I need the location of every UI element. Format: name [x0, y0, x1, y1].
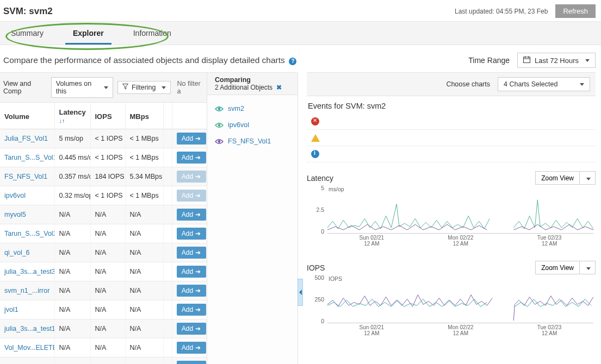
volume-link[interactable]: Tarun_S...S_Vol1 — [4, 154, 54, 161]
zoom-view-button[interactable]: Zoom View — [535, 171, 580, 185]
help-icon[interactable]: ? — [289, 58, 296, 65]
arrow-right-icon: ➔ — [195, 230, 201, 237]
volume-link[interactable]: FS_NFS_Vol1 — [4, 173, 47, 180]
arrow-right-icon: ➔ — [195, 344, 201, 352]
view-compare-value: Volumes on this — [56, 80, 98, 95]
table-row: julia_3s...a_test3N/AN/AN/AAdd ➔ — [0, 262, 207, 281]
volume-link[interactable]: qi_vol_6 — [4, 249, 30, 256]
funnel-icon — [122, 84, 128, 91]
cell-mbps: < 1 MBps — [125, 129, 163, 148]
add-button[interactable]: Add ➔ — [177, 361, 206, 364]
tab-explorer[interactable]: Explorer — [65, 22, 111, 45]
volume-link[interactable]: Vol_Mov...ELETE — [4, 344, 54, 352]
choose-charts-dropdown[interactable]: 4 Charts Selected — [498, 77, 590, 91]
cell-latency: N/A — [54, 319, 90, 338]
arrow-right-icon: ➔ — [195, 211, 201, 218]
cell-mbps: N/A — [125, 243, 163, 262]
comparing-title: Comparing — [215, 76, 292, 84]
add-button: Add ➔ — [177, 190, 206, 202]
zoom-view-dropdown[interactable] — [580, 261, 596, 274]
cell-iops: N/A — [90, 300, 125, 319]
cell-iops: N/A — [90, 205, 125, 224]
arrow-right-icon: ➔ — [195, 306, 201, 313]
x-tick: Tue 02/2312 AM — [537, 235, 562, 247]
event-row-info — [307, 146, 596, 162]
volume-link[interactable]: ipv6vol — [4, 192, 26, 199]
info-icon — [311, 150, 319, 158]
comparing-item[interactable]: svm2 — [215, 101, 292, 117]
eye-icon — [215, 122, 224, 128]
y-tick: 0 — [321, 318, 324, 324]
cell-iops: < 1 IOPS — [90, 186, 125, 205]
time-range-dropdown[interactable]: Last 72 Hours — [517, 53, 596, 68]
tab-information[interactable]: Information — [126, 22, 179, 45]
no-filter-text: No filter a — [175, 80, 203, 95]
volume-link[interactable]: jvol1 — [4, 306, 18, 313]
add-button[interactable]: Add ➔ — [177, 228, 206, 240]
filtering-dropdown[interactable]: Filtering — [117, 81, 170, 94]
cell-mbps: N/A — [125, 224, 163, 243]
svg-point-6 — [218, 140, 221, 143]
collapse-panel-toggle[interactable] — [298, 279, 303, 306]
time-range-label: Time Range — [468, 56, 510, 65]
x-tick: Mon 02/2212 AM — [448, 235, 473, 247]
chart-iops: IOPS Zoom View IOPS 500 250 0 — [307, 261, 596, 342]
cell-mbps: N/A — [125, 319, 163, 338]
volume-link[interactable]: svm_n1_...irror — [4, 287, 49, 294]
comparing-item[interactable]: ipv6vol — [215, 117, 292, 133]
add-button[interactable]: Add ➔ — [177, 323, 206, 335]
zoom-view-button[interactable]: Zoom View — [535, 261, 580, 274]
page-title: SVM: svm2 — [3, 6, 53, 17]
cell-latency: N/A — [54, 357, 90, 365]
zoom-view-dropdown[interactable] — [580, 171, 596, 185]
tab-summary[interactable]: Summary — [3, 22, 51, 45]
choose-charts-value: 4 Charts Selected — [504, 80, 557, 88]
cell-mbps: 5.34 MBps — [125, 167, 163, 186]
add-button[interactable]: Add ➔ — [177, 304, 206, 316]
arrow-right-icon: ➔ — [195, 249, 201, 256]
add-button[interactable]: Add ➔ — [177, 133, 206, 145]
add-button[interactable]: Add ➔ — [177, 266, 206, 278]
x-tick: Sun 02/2112 AM — [360, 324, 385, 336]
comparing-subtitle: 2 Additional Objects — [215, 84, 272, 91]
cell-iops: N/A — [90, 281, 125, 300]
clear-comparing-icon[interactable]: ✖ — [276, 84, 282, 91]
svg-point-5 — [218, 124, 221, 127]
x-tick: Mon 02/2212 AM — [448, 324, 473, 336]
refresh-button[interactable]: Refresh — [555, 4, 596, 18]
cell-latency: 0.32 ms/op — [54, 186, 90, 205]
svg-rect-0 — [524, 57, 530, 63]
view-compare-dropdown[interactable]: Volumes on this — [51, 77, 113, 98]
add-button[interactable]: Add ➔ — [177, 209, 206, 221]
col-volume[interactable]: Volume — [0, 103, 54, 129]
col-mbps[interactable]: MBps — [125, 103, 163, 129]
volume-link[interactable]: Julia_FS_Vol1 — [4, 135, 48, 142]
cell-iops: < 1 IOPS — [90, 148, 125, 167]
table-row: qi_vol_6N/AN/AN/AAdd ➔ — [0, 243, 207, 262]
table-row: ipv6vol0.32 ms/op< 1 IOPS< 1 MBpsAdd ➔ — [0, 186, 207, 205]
chart-latency-plot — [327, 189, 593, 234]
caret-down-icon — [586, 178, 591, 180]
volume-link[interactable]: julia_3s...a_test3 — [4, 268, 54, 275]
col-iops[interactable]: IOPS — [90, 103, 125, 129]
cell-mbps: N/A — [125, 262, 163, 281]
volume-link[interactable]: julia_3s...a_test1 — [4, 325, 54, 332]
cell-mbps: < 1 MBps — [125, 148, 163, 167]
add-button[interactable]: Add ➔ — [177, 285, 206, 297]
table-row: jvol1N/AN/AN/AAdd ➔ — [0, 300, 207, 319]
chart-iops-plot — [327, 279, 593, 323]
svg-rect-3 — [528, 57, 529, 58]
arrow-right-icon: ➔ — [195, 287, 201, 294]
col-latency[interactable]: Latency ↓↑ — [54, 103, 90, 129]
volume-link[interactable]: myvol5 — [4, 211, 26, 218]
add-button[interactable]: Add ➔ — [177, 247, 206, 259]
add-button[interactable]: Add ➔ — [177, 342, 206, 354]
cell-latency: N/A — [54, 281, 90, 300]
y-tick: 250 — [314, 296, 324, 303]
cell-mbps: N/A — [125, 281, 163, 300]
cell-iops: N/A — [90, 319, 125, 338]
comparing-item[interactable]: FS_NFS_Vol1 — [215, 133, 292, 149]
volume-link[interactable]: Tarun_S...S_Vol2 — [4, 230, 54, 237]
cell-mbps: N/A — [125, 300, 163, 319]
add-button[interactable]: Add ➔ — [177, 152, 206, 164]
